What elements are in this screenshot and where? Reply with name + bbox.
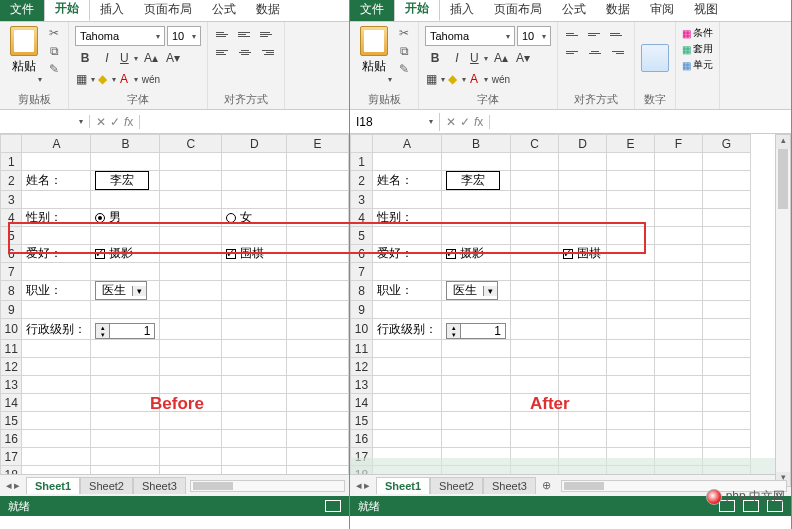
format-painter-icon[interactable]: ✎	[46, 62, 62, 76]
confirm-icon[interactable]: ✓	[460, 115, 470, 129]
radio-male[interactable]: 男	[91, 209, 160, 227]
cell-name-label[interactable]: 姓名：	[22, 171, 91, 191]
phonetic-icon[interactable]: wén	[491, 70, 511, 88]
fx-icon[interactable]: fx	[474, 115, 483, 129]
align-center-icon[interactable]	[236, 44, 254, 60]
align-middle-icon[interactable]	[236, 26, 254, 42]
name-box[interactable]: I18▾	[350, 113, 440, 131]
number-format-icon[interactable]	[641, 44, 669, 72]
dropdown-job[interactable]: 医生▾	[442, 281, 511, 301]
spinner-rank[interactable]: ▴▾1	[91, 319, 160, 340]
col-header-E[interactable]: E	[287, 135, 349, 153]
bold-icon[interactable]: B	[425, 49, 445, 67]
align-middle-icon[interactable]	[586, 26, 604, 42]
tab-view[interactable]: 视图	[684, 0, 728, 21]
border-icon[interactable]: ▦▾	[75, 70, 95, 88]
col-header-A[interactable]: A	[22, 135, 91, 153]
tab-review[interactable]: 审阅	[640, 0, 684, 21]
dropdown-job[interactable]: 医生▾	[91, 281, 160, 301]
align-center-icon[interactable]	[586, 44, 604, 60]
sheet-tab-1[interactable]: Sheet1	[376, 477, 430, 494]
phonetic-icon[interactable]: wén	[141, 70, 161, 88]
tab-layout[interactable]: 页面布局	[484, 0, 552, 21]
checkbox-photo[interactable]: 摄影	[442, 245, 511, 263]
copy-icon[interactable]: ⧉	[46, 44, 62, 58]
align-top-icon[interactable]	[214, 26, 232, 42]
bold-icon[interactable]: B	[75, 49, 95, 67]
font-size-combo[interactable]: 10▾	[517, 26, 551, 46]
cancel-icon[interactable]: ✕	[446, 115, 456, 129]
checkbox-go[interactable]: 围棋	[559, 245, 607, 263]
sheet-tab-3[interactable]: Sheet3	[133, 477, 186, 494]
decrease-font-icon[interactable]: A▾	[163, 49, 183, 67]
border-icon[interactable]: ▦▾	[425, 70, 445, 88]
font-color-icon[interactable]: A▾	[119, 70, 139, 88]
h-scrollbar[interactable]	[190, 480, 345, 492]
name-box[interactable]: ▾	[0, 115, 90, 128]
increase-font-icon[interactable]: A▴	[491, 49, 511, 67]
fill-color-icon[interactable]: ◆▾	[447, 70, 467, 88]
formula-input[interactable]	[140, 120, 349, 124]
align-left-icon[interactable]	[214, 44, 232, 60]
record-macro-icon[interactable]	[325, 500, 341, 512]
tab-file[interactable]: 文件	[350, 0, 394, 21]
copy-icon[interactable]: ⧉	[396, 44, 412, 58]
tab-file[interactable]: 文件	[0, 0, 44, 21]
col-header-C[interactable]: C	[160, 135, 222, 153]
sheet-tab-2[interactable]: Sheet2	[80, 477, 133, 494]
col-header-D[interactable]: D	[222, 135, 287, 153]
checkbox-photo[interactable]: 摄影	[91, 245, 160, 263]
cell-style-button[interactable]: ▦单元	[682, 58, 713, 72]
cell-gender-label[interactable]: 性别：	[373, 209, 442, 227]
spinner-rank[interactable]: ▴▾1	[442, 319, 511, 340]
align-left-icon[interactable]	[564, 44, 582, 60]
sheet-tab-2[interactable]: Sheet2	[430, 477, 483, 494]
font-color-icon[interactable]: A▾	[469, 70, 489, 88]
cancel-icon[interactable]: ✕	[96, 115, 106, 129]
italic-icon[interactable]: I	[447, 49, 467, 67]
underline-icon[interactable]: U▾	[469, 49, 489, 67]
spreadsheet-grid-right[interactable]: A B C D E F G 1 2 姓名： 李宏 3 4 性别： 5	[350, 134, 751, 474]
cut-icon[interactable]: ✂	[396, 26, 412, 40]
checkbox-go[interactable]: 围棋	[222, 245, 287, 263]
increase-font-icon[interactable]: A▴	[141, 49, 161, 67]
align-right-icon[interactable]	[258, 44, 276, 60]
table-fmt-button[interactable]: ▦套用	[682, 42, 713, 56]
tab-layout[interactable]: 页面布局	[134, 0, 202, 21]
font-size-combo[interactable]: 10▾	[167, 26, 201, 46]
tab-insert[interactable]: 插入	[90, 0, 134, 21]
paste-button[interactable]: 粘贴 ▾	[356, 26, 392, 84]
fx-icon[interactable]: fx	[124, 115, 133, 129]
align-top-icon[interactable]	[564, 26, 582, 42]
tab-data[interactable]: 数据	[246, 0, 290, 21]
sheet-nav-next-icon[interactable]: ▸	[364, 479, 370, 492]
italic-icon[interactable]: I	[97, 49, 117, 67]
spreadsheet-grid-left[interactable]: A B C D E 1 2 姓名： 李宏 3 4 性别： 男 女	[0, 134, 349, 474]
cell-hobby-label[interactable]: 爱好：	[22, 245, 91, 263]
tab-formulas[interactable]: 公式	[202, 0, 246, 21]
fill-color-icon[interactable]: ◆▾	[97, 70, 117, 88]
select-all-corner[interactable]	[351, 135, 373, 153]
col-header-B[interactable]: B	[91, 135, 160, 153]
font-name-combo[interactable]: Tahoma▾	[75, 26, 165, 46]
tab-insert[interactable]: 插入	[440, 0, 484, 21]
cell-rank-label[interactable]: 行政级别：	[22, 319, 91, 340]
sheet-nav-next-icon[interactable]: ▸	[14, 479, 20, 492]
cell-name-value[interactable]: 李宏	[91, 171, 160, 191]
tab-formulas[interactable]: 公式	[552, 0, 596, 21]
cell-gender-label[interactable]: 性别：	[22, 209, 91, 227]
cell-job-label[interactable]: 职业：	[22, 281, 91, 301]
sheet-tab-1[interactable]: Sheet1	[26, 477, 80, 494]
font-name-combo[interactable]: Tahoma▾	[425, 26, 515, 46]
cond-fmt-button[interactable]: ▦条件	[682, 26, 713, 40]
paste-button[interactable]: 粘贴 ▾	[6, 26, 42, 84]
tab-data[interactable]: 数据	[596, 0, 640, 21]
v-scrollbar[interactable]: ▴▾	[775, 134, 791, 487]
sheet-nav-prev-icon[interactable]: ◂	[356, 479, 362, 492]
radio-female[interactable]: 女	[222, 209, 287, 227]
new-sheet-button[interactable]: ⊕	[536, 479, 557, 492]
sheet-nav-prev-icon[interactable]: ◂	[6, 479, 12, 492]
formula-input[interactable]	[490, 120, 791, 124]
format-painter-icon[interactable]: ✎	[396, 62, 412, 76]
align-bottom-icon[interactable]	[608, 26, 626, 42]
